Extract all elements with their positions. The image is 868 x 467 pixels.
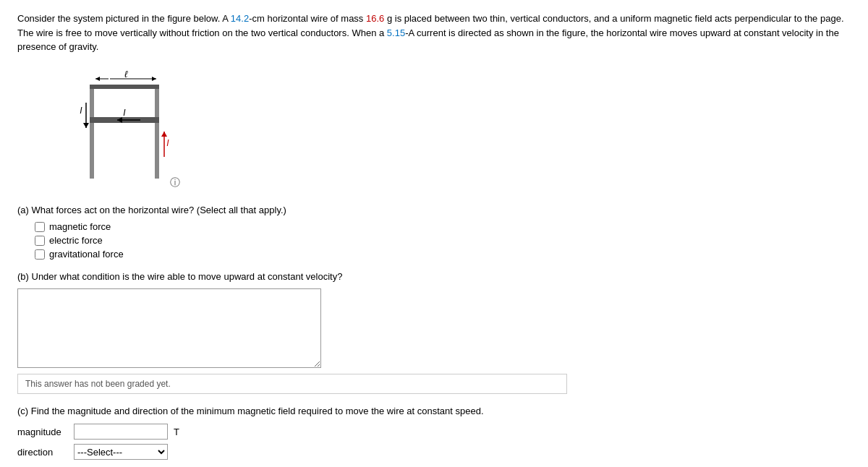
checkbox-item-magnetic: magnetic force [35, 221, 849, 232]
part-a-options: magnetic force electric force gravitatio… [35, 221, 849, 260]
checkbox-item-gravitational: gravitational force [35, 249, 849, 260]
svg-marker-7 [152, 77, 156, 81]
svg-rect-3 [90, 85, 159, 89]
magnitude-row: magnitude T [17, 424, 849, 440]
checkbox-item-electric: electric force [35, 235, 849, 246]
svg-marker-5 [95, 77, 100, 81]
svg-marker-17 [161, 132, 167, 137]
magnitude-input[interactable] [74, 424, 168, 440]
length-value: 14.2 [231, 13, 249, 24]
part-b-textarea[interactable] [17, 288, 321, 368]
current-value: 5.15 [387, 27, 405, 38]
magnitude-label: magnitude [17, 427, 68, 437]
figure-diagram: ℓ I I I ⓘ [46, 63, 205, 193]
figure-container: ℓ I I I ⓘ [46, 63, 851, 193]
label-electric[interactable]: electric force [49, 235, 103, 246]
part-c-inputs: magnitude T direction ---Select--- into … [17, 424, 849, 460]
part-c-section: (c) Find the magnitude and direction of … [17, 404, 849, 460]
checkbox-gravitational[interactable] [35, 249, 45, 260]
checkbox-electric[interactable] [35, 236, 45, 246]
part-a-section: (a) What forces act on the horizontal wi… [17, 203, 849, 260]
part-c-label: (c) Find the magnitude and direction of … [17, 404, 849, 419]
svg-marker-14 [83, 123, 89, 128]
svg-rect-0 [90, 85, 94, 179]
part-b-section: (b) Under what condition is the wire abl… [17, 270, 849, 394]
magnitude-unit: T [174, 427, 179, 437]
direction-row: direction ---Select--- into the page out… [17, 444, 849, 460]
svg-text:ℓ: ℓ [124, 69, 128, 80]
label-gravitational[interactable]: gravitational force [49, 249, 124, 260]
info-icon: ⓘ [170, 176, 180, 188]
svg-text:I: I [123, 108, 126, 118]
label-magnetic[interactable]: magnetic force [49, 221, 111, 232]
svg-text:I: I [166, 138, 169, 148]
direction-select[interactable]: ---Select--- into the page out of the pa… [74, 444, 168, 460]
not-graded-text: This answer has not been graded yet. [25, 379, 171, 389]
direction-label: direction [17, 447, 68, 458]
svg-rect-1 [155, 85, 159, 179]
problem-text: Consider the system pictured in the figu… [17, 12, 849, 54]
checkbox-magnetic[interactable] [35, 222, 45, 232]
part-b-label: (b) Under what condition is the wire abl… [17, 270, 849, 284]
length-unit: -cm horizontal wire of mass [249, 13, 366, 24]
svg-text:I: I [80, 106, 82, 116]
part-a-label: (a) What forces act on the horizontal wi… [17, 203, 849, 218]
mass-value: 16.6 [366, 13, 384, 24]
not-graded-box: This answer has not been graded yet. [17, 374, 567, 394]
